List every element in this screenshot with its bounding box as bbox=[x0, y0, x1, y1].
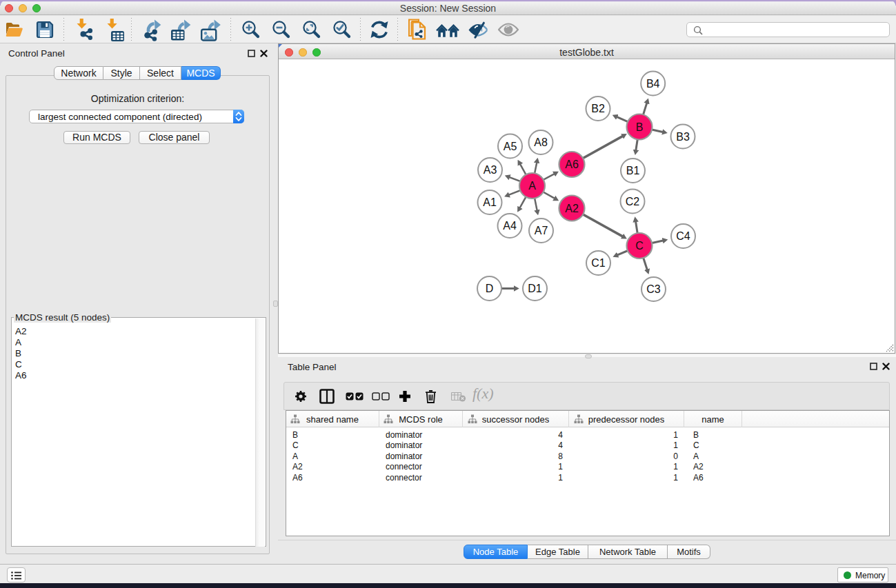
svg-text:A7: A7 bbox=[535, 225, 548, 236]
svg-text:B1: B1 bbox=[626, 165, 640, 176]
svg-text:B4: B4 bbox=[646, 78, 660, 90]
svg-text:A1: A1 bbox=[483, 196, 497, 208]
svg-text:A2: A2 bbox=[565, 203, 579, 214]
svg-text:A4: A4 bbox=[503, 220, 517, 232]
svg-text:D1: D1 bbox=[528, 283, 542, 294]
svg-text:A5: A5 bbox=[504, 141, 517, 152]
svg-text:B3: B3 bbox=[676, 131, 690, 143]
svg-text:C: C bbox=[635, 240, 644, 252]
svg-text:C4: C4 bbox=[676, 230, 690, 242]
svg-text:B: B bbox=[636, 121, 644, 133]
svg-text:C2: C2 bbox=[626, 196, 640, 207]
svg-text:D: D bbox=[486, 283, 494, 294]
svg-text:A3: A3 bbox=[484, 164, 497, 176]
svg-text:C3: C3 bbox=[646, 283, 661, 295]
svg-text:C1: C1 bbox=[591, 257, 606, 269]
svg-text:B2: B2 bbox=[591, 103, 605, 114]
svg-text:A6: A6 bbox=[565, 159, 579, 170]
svg-text:A: A bbox=[528, 180, 536, 192]
svg-text:A8: A8 bbox=[534, 136, 548, 148]
